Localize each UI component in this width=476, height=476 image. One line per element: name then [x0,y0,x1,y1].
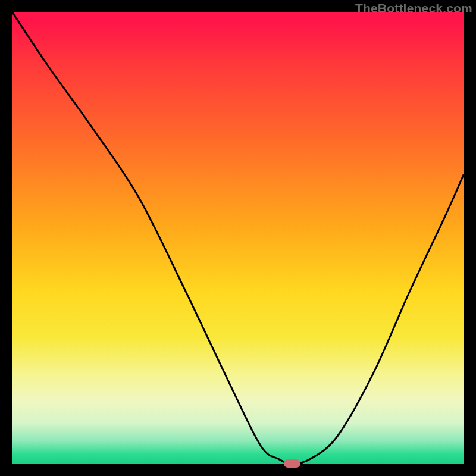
plot-area [12,12,464,464]
optimal-marker [284,459,300,468]
bottleneck-curve [12,12,464,464]
chart-frame: TheBottleneck.com [0,0,476,476]
watermark-text: TheBottleneck.com [355,1,472,15]
